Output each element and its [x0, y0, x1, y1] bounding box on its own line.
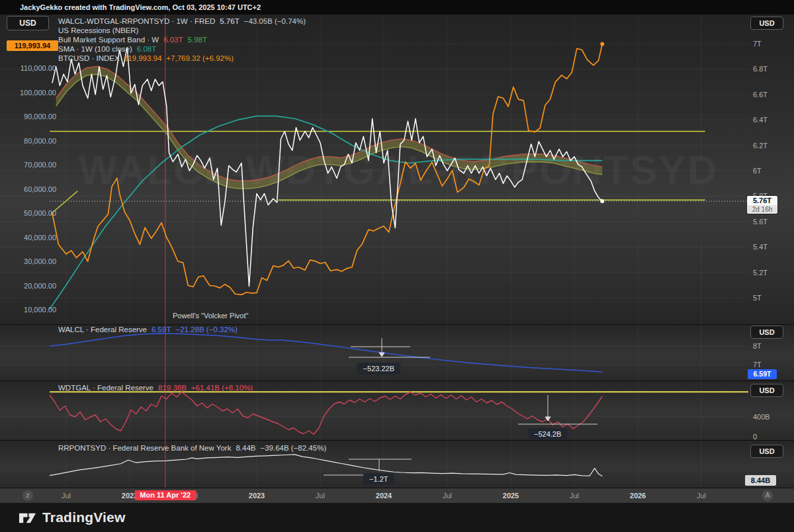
auto-scale-button[interactable]: A	[762, 490, 773, 501]
legend-value: −21.28B (−0.32%)	[175, 326, 237, 333]
legend-value: +7,769.32 (+6.92%)	[166, 54, 234, 62]
chart-plot-area[interactable]: WALCL-WDTGAL-RRPONTSYD USD USD USD USD U…	[0, 15, 794, 488]
legend-row[interactable]: US Recessions (NBER)	[58, 26, 138, 34]
time-axis-label: Jul	[443, 492, 452, 500]
timezone-button[interactable]: z	[22, 490, 33, 501]
legend-value: 5.76T	[220, 17, 239, 25]
legend-source-title: WDTGAL · Federal Reserve	[58, 384, 154, 392]
legend-row[interactable]: WDTGAL · Federal Reserve819.38B+61.41B (…	[58, 384, 253, 392]
tradingview-snapshot: JackyGekko created with TradingView.com,…	[0, 0, 794, 532]
time-axis-label: 2024	[376, 492, 392, 500]
legend-value: 6.59T	[152, 326, 171, 333]
main-right-currency-button[interactable]: USD	[750, 17, 783, 30]
walcl-drop-measure-badge[interactable]: −523.22B	[357, 363, 400, 375]
time-axis-label: 2023	[249, 492, 265, 500]
wdtgal-drop-measure-badge[interactable]: −524.2B	[528, 428, 567, 440]
time-axis-label: Jul	[62, 492, 71, 500]
attribution-text: JackyGekko created with TradingView.com,…	[20, 3, 261, 11]
walcl-currency-button[interactable]: USD	[750, 326, 783, 339]
powell-annotation-text[interactable]: Powell's "Volcker Pivot"	[173, 312, 248, 320]
footer-bar: TradingView	[0, 503, 794, 532]
legend-value: 8.44B	[236, 444, 255, 452]
legend-value: 5.98T	[188, 36, 207, 44]
brand-name: TradingView	[42, 510, 126, 525]
bar-countdown-label: 2d 16h	[747, 205, 777, 214]
legend-source-title: RRPONTSYD · Federal Reserve Bank of New …	[58, 444, 231, 452]
time-axis-label: Jul	[697, 492, 706, 500]
legend-row[interactable]: Bull Market Support Band · W6.03T5.98T	[58, 36, 207, 44]
legend-row[interactable]: SMA · 1W (100 close)6.08T	[58, 45, 156, 53]
legend-value: −39.64B (−82.45%)	[260, 444, 326, 452]
time-axis-label: 2026	[630, 492, 646, 500]
legend-source-title: WALCL-WDTGAL-RRPONTSYD · 1W · FRED	[58, 17, 215, 25]
wdtgal-currency-button[interactable]: USD	[750, 384, 783, 397]
legend-source-title: SMA · 1W (100 close)	[58, 45, 132, 53]
btc-price-axis-badge: 119,993.94	[7, 40, 58, 51]
legend-source-title: Bull Market Support Band · W	[58, 36, 159, 44]
legend-value: 819.38B	[158, 384, 187, 392]
legend-value: −43.05B (−0.74%)	[244, 17, 306, 25]
legend-row[interactable]: BTCUSD · INDEX119,993.94+7,769.32 (+6.92…	[58, 54, 234, 62]
tradingview-logo-icon	[19, 509, 36, 527]
walcl-price-axis-badge: 6.59T	[748, 369, 777, 379]
time-axis[interactable]: z Jul2022Jul2023Jul2024Jul2025Jul2026Jul…	[0, 488, 794, 504]
legend-row[interactable]: WALCL · Federal Reserve6.59T−21.28B (−0.…	[58, 326, 238, 333]
legend-value: 119,993.94	[124, 54, 162, 62]
current-price-label: 5.76T	[747, 196, 777, 205]
main-currency-button[interactable]: USD	[7, 16, 49, 30]
symbol-watermark: WALCL-WDTGAL-RRPONTSYD	[79, 146, 719, 193]
legend-source-title: US Recessions (NBER)	[58, 26, 138, 34]
legend-row[interactable]: RRPONTSYD · Federal Reserve Bank of New …	[58, 444, 326, 452]
attribution-bar: JackyGekko created with TradingView.com,…	[0, 0, 794, 15]
legend-value: +61.41B (+8.10%)	[191, 384, 253, 392]
legend-value: 6.08T	[137, 45, 156, 53]
legend-source-title: BTCUSD · INDEX	[58, 54, 120, 62]
rrp-drop-measure-badge[interactable]: −1.2T	[363, 473, 394, 485]
time-axis-label: Jul	[570, 492, 579, 500]
time-axis-label: Jul	[316, 492, 325, 500]
countdown-price-badge: 5.76T 2d 16h	[747, 196, 777, 214]
rrp-price-axis-badge: 8.44B	[745, 475, 776, 486]
marked-date-badge[interactable]: Mon 11 Apr '22	[134, 490, 196, 500]
rrp-currency-button[interactable]: USD	[750, 445, 783, 458]
legend-source-title: WALCL · Federal Reserve	[58, 326, 147, 333]
time-axis-label: 2025	[503, 492, 519, 500]
tradingview-logo[interactable]: TradingView	[19, 503, 794, 532]
legend-value: 6.03T	[163, 36, 183, 44]
legend-row[interactable]: WALCL-WDTGAL-RRPONTSYD · 1W · FRED5.76T−…	[58, 17, 306, 25]
